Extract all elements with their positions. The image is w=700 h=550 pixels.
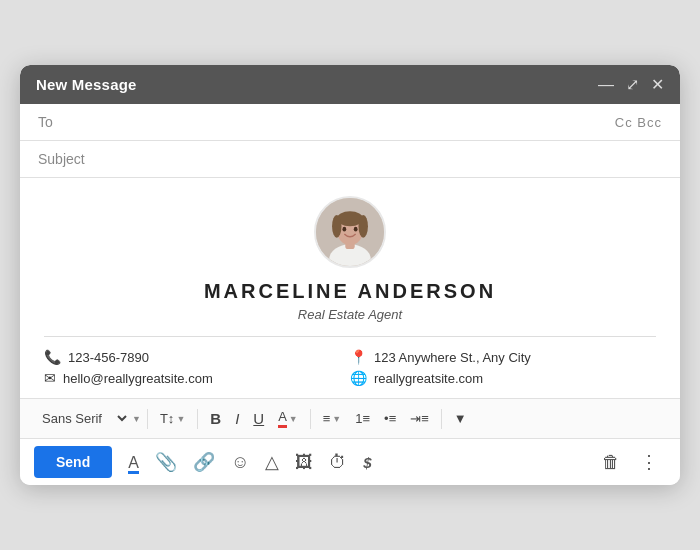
email-compose-window: New Message — ⤢ ✕ To Cc Bcc Subject — [20, 65, 680, 485]
emoji-icon: ☺ — [231, 452, 249, 472]
divider-1 — [147, 409, 148, 429]
indent-icon: ⇥≡ — [410, 411, 429, 426]
email-address: hello@reallygreatsite.com — [63, 371, 213, 386]
svg-point-6 — [359, 215, 368, 238]
font-size-chevron: ▼ — [176, 414, 185, 424]
signature-col-left: 📞 123-456-7890 ✉ hello@reallygreatsite.c… — [44, 349, 350, 386]
window-controls: — ⤢ ✕ — [598, 75, 664, 94]
lock-icon: ⏱ — [329, 452, 347, 472]
phone-icon: 📞 — [44, 349, 61, 365]
drive-icon: △ — [265, 452, 279, 472]
attach-icon: 📎 — [155, 452, 177, 472]
text-color-bottom-icon: A — [128, 454, 139, 474]
subject-label: Subject — [38, 151, 85, 167]
bullet-list-button[interactable]: •≡ — [378, 407, 402, 430]
confidential-button[interactable]: ⏱ — [323, 448, 353, 477]
website-url: reallygreatsite.com — [374, 371, 483, 386]
window-title: New Message — [36, 76, 137, 93]
text-color-button[interactable]: A ▼ — [272, 405, 304, 432]
bold-button[interactable]: B — [204, 406, 227, 431]
image-button[interactable]: 🖼 — [289, 448, 319, 477]
indent-button[interactable]: ⇥≡ — [404, 407, 435, 430]
italic-button[interactable]: I — [229, 406, 245, 431]
image-icon: 🖼 — [295, 452, 313, 472]
emoji-button[interactable]: ☺ — [225, 448, 255, 477]
email-body[interactable]: MARCELINE ANDERSON Real Estate Agent 📞 1… — [20, 178, 680, 398]
text-color-chevron: ▼ — [289, 414, 298, 424]
font-family-select[interactable]: Sans Serif Serif Monospace — [34, 407, 130, 430]
svg-point-5 — [332, 215, 341, 238]
align-button[interactable]: ≡ ▼ — [317, 407, 348, 430]
signature-job-title: Real Estate Agent — [298, 307, 402, 322]
text-color-bottom-button[interactable]: A — [122, 448, 145, 477]
numbered-list-button[interactable]: 1≡ — [349, 407, 376, 430]
title-bar: New Message — ⤢ ✕ — [20, 65, 680, 104]
delete-button[interactable]: 🗑 — [594, 448, 628, 477]
to-input[interactable] — [76, 114, 615, 130]
more-formatting-button[interactable]: ▼ — [448, 407, 473, 430]
font-size-icon: T↕ — [160, 411, 174, 426]
website-row: 🌐 reallygreatsite.com — [350, 370, 656, 386]
phone-row: 📞 123-456-7890 — [44, 349, 350, 365]
divider-4 — [441, 409, 442, 429]
address-text: 123 Anywhere St., Any City — [374, 350, 531, 365]
address-row: 📍 123 Anywhere St., Any City — [350, 349, 656, 365]
maximize-button[interactable]: ⤢ — [626, 75, 639, 94]
text-color-icon: A — [278, 409, 287, 428]
send-button[interactable]: Send — [34, 446, 112, 478]
italic-label: I — [235, 410, 239, 427]
to-field-row: To Cc Bcc — [20, 104, 680, 141]
underline-button[interactable]: U — [247, 406, 270, 431]
align-icon: ≡ — [323, 411, 331, 426]
attach-button[interactable]: 📎 — [149, 447, 183, 477]
trash-icon: 🗑 — [602, 452, 620, 472]
svg-point-7 — [342, 227, 346, 232]
formatting-toolbar: Sans Serif Serif Monospace ▼ T↕ ▼ B I U … — [20, 398, 680, 439]
email-row: ✉ hello@reallygreatsite.com — [44, 370, 350, 386]
avatar-image — [316, 198, 384, 266]
close-button[interactable]: ✕ — [651, 75, 664, 94]
signature-col-right: 📍 123 Anywhere St., Any City 🌐 reallygre… — [350, 349, 656, 386]
to-label: To — [38, 114, 76, 130]
phone-number: 123-456-7890 — [68, 350, 149, 365]
link-button[interactable]: 🔗 — [187, 447, 221, 477]
signature-icon: $ — [363, 454, 371, 471]
font-family-chevron: ▼ — [132, 414, 141, 424]
signature-name: MARCELINE ANDERSON — [204, 280, 496, 303]
cc-bcc-label[interactable]: Cc Bcc — [615, 115, 662, 130]
underline-label: U — [253, 410, 264, 427]
divider-3 — [310, 409, 311, 429]
link-icon: 🔗 — [193, 452, 215, 472]
avatar — [314, 196, 386, 268]
more-formatting-icon: ▼ — [454, 411, 467, 426]
divider-2 — [197, 409, 198, 429]
numbered-list-icon: 1≡ — [355, 411, 370, 426]
svg-point-8 — [354, 227, 358, 232]
bullet-list-icon: •≡ — [384, 411, 396, 426]
bottom-toolbar: Send A 📎 🔗 ☺ △ 🖼 ⏱ $ 🗑 ⋮ — [20, 439, 680, 485]
drive-button[interactable]: △ — [259, 447, 285, 477]
subject-input[interactable] — [85, 151, 662, 167]
font-size-button[interactable]: T↕ ▼ — [154, 407, 191, 430]
more-options-icon: ⋮ — [640, 452, 658, 472]
more-options-button[interactable]: ⋮ — [632, 447, 666, 477]
subject-field-row: Subject — [20, 141, 680, 178]
email-icon: ✉ — [44, 370, 56, 386]
bold-label: B — [210, 410, 221, 427]
signature-details: 📞 123-456-7890 ✉ hello@reallygreatsite.c… — [44, 349, 656, 386]
align-chevron: ▼ — [332, 414, 341, 424]
address-icon: 📍 — [350, 349, 367, 365]
website-icon: 🌐 — [350, 370, 367, 386]
signature-divider — [44, 336, 656, 337]
minimize-button[interactable]: — — [598, 76, 614, 94]
signature-button[interactable]: $ — [357, 448, 377, 477]
